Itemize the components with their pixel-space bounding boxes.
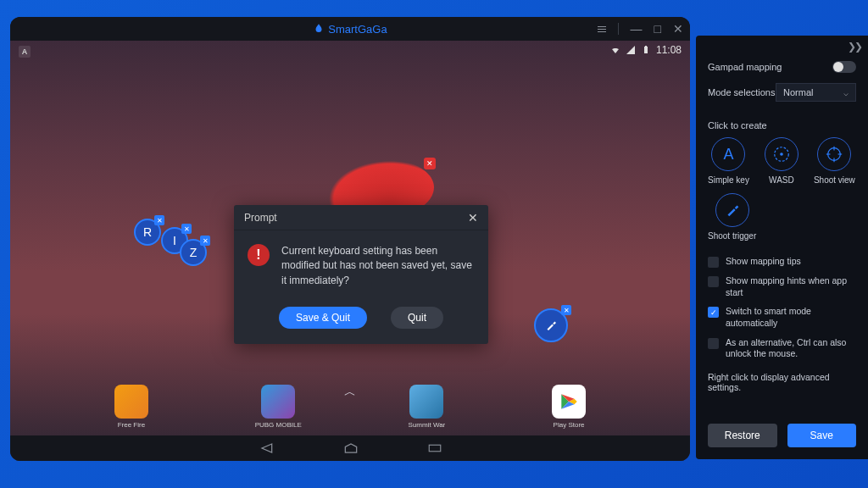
create-row-1: A Simple key WASD Shoot view: [708, 137, 856, 185]
android-nav-bar: [10, 435, 690, 461]
app-icon: [552, 385, 586, 419]
quit-button[interactable]: Quit: [391, 307, 443, 329]
create-label: WASD: [769, 175, 794, 185]
create-wasd[interactable]: WASD: [765, 137, 798, 185]
checkbox-icon: [708, 338, 719, 349]
option-smart-mode[interactable]: ✓ Switch to smart mode automatically: [708, 306, 856, 329]
gamepad-toggle[interactable]: [832, 61, 856, 73]
create-shoot-view[interactable]: Shoot view: [814, 137, 855, 185]
mode-row: Mode selections Normal ⌵: [708, 83, 856, 102]
restore-button[interactable]: Restore: [708, 424, 777, 447]
option-ctrl-unlock[interactable]: As an alternative, Ctrl can also unlock …: [708, 337, 856, 360]
key-mapping-r[interactable]: R✕: [134, 219, 161, 246]
dock-app-summitwar[interactable]: Summit War: [409, 385, 446, 429]
dock-app-freefire[interactable]: Free Fire: [114, 385, 148, 429]
dialog-message: Current keyboard setting has been modifi…: [281, 244, 475, 288]
panel-collapse-button[interactable]: ❯❯: [848, 41, 861, 53]
svg-point-4: [780, 152, 783, 156]
create-shoot-trigger[interactable]: Shoot trigger: [708, 193, 756, 241]
app-label: Summit War: [409, 421, 446, 429]
status-left: A: [19, 46, 31, 58]
close-button[interactable]: ✕: [673, 22, 683, 36]
create-label: Shoot trigger: [708, 231, 756, 241]
app-icon: [114, 385, 148, 419]
divider: [618, 23, 619, 35]
flame-icon: [313, 23, 325, 35]
mapping-region-close[interactable]: ✕: [424, 158, 436, 169]
option-show-tips[interactable]: Show mapping tips: [708, 256, 856, 268]
app-title: SmartGaGa: [313, 23, 387, 36]
panel-actions: Restore Save: [708, 424, 856, 447]
key-close-icon[interactable]: ✕: [561, 305, 571, 315]
prompt-dialog: Prompt ✕ ! Current keyboard setting has …: [234, 205, 488, 344]
status-time: 11:08: [656, 44, 682, 56]
shoot-trigger-icon: [715, 193, 749, 227]
key-close-icon[interactable]: ✕: [181, 224, 192, 234]
check-label: As an alternative, Ctrl can also unlock …: [726, 337, 856, 360]
click-create-label: Click to create: [708, 120, 856, 130]
check-label: Show mapping hints when app start: [726, 275, 856, 298]
titlebar: SmartGaGa — □ ✕: [10, 17, 690, 41]
gamepad-label: Gampad mapping: [708, 62, 782, 72]
app-title-text: SmartGaGa: [328, 23, 387, 36]
signal-icon: [626, 45, 636, 55]
options-checklist: Show mapping tips Show mapping hints whe…: [708, 256, 856, 360]
maximize-button[interactable]: □: [654, 22, 661, 36]
battery-icon: [641, 45, 651, 55]
mode-label: Mode selections: [708, 87, 776, 97]
dock-app-pubg[interactable]: PUBG MOBILE: [255, 385, 302, 429]
chevron-down-icon: ⌵: [843, 88, 849, 97]
panel-hint: Right click to display advanced settings…: [708, 372, 856, 392]
key-close-icon[interactable]: ✕: [154, 215, 164, 225]
app-icon: [409, 385, 443, 419]
svg-rect-1: [645, 46, 647, 47]
dock-app-playstore[interactable]: Play Store: [552, 385, 586, 429]
minimize-button[interactable]: —: [631, 22, 643, 36]
option-show-hints[interactable]: Show mapping hints when app start: [708, 275, 856, 298]
dialog-header: Prompt ✕: [234, 205, 488, 230]
create-simple-key[interactable]: A Simple key: [708, 137, 749, 185]
checkbox-icon: [708, 257, 719, 268]
mode-select[interactable]: Normal ⌵: [776, 83, 856, 102]
shoot-view-icon: [817, 137, 851, 171]
dialog-title: Prompt: [244, 212, 277, 224]
app-dock: Free Fire PUBG MOBILE Summit War Play St…: [10, 385, 690, 429]
emulator-window: SmartGaGa — □ ✕ A 11:08 ✕ R✕ I✕ Z✕ ✕ ︿: [10, 17, 690, 461]
key-close-icon[interactable]: ✕: [200, 236, 210, 246]
app-label: PUBG MOBILE: [255, 421, 302, 429]
create-label: Simple key: [708, 175, 749, 185]
shoot-trigger-mapping[interactable]: ✕: [534, 308, 568, 342]
dialog-actions: Save & Quit Quit: [234, 295, 488, 344]
dialog-close-button[interactable]: ✕: [468, 211, 478, 225]
app-icon: [261, 385, 295, 419]
save-and-quit-button[interactable]: Save & Quit: [279, 307, 367, 329]
mode-value: Normal: [783, 87, 813, 97]
save-button[interactable]: Save: [787, 424, 857, 447]
gamepad-row: Gampad mapping: [708, 61, 856, 73]
nav-home-icon[interactable]: [342, 442, 359, 454]
key-label: I: [173, 234, 176, 247]
app-label: Free Fire: [118, 421, 145, 429]
menu-icon[interactable]: [598, 26, 606, 32]
key-label: R: [143, 225, 152, 239]
dialog-body: ! Current keyboard setting has been modi…: [234, 230, 488, 295]
titlebar-controls: — □ ✕: [598, 22, 683, 36]
check-label: Switch to smart mode automatically: [726, 306, 856, 329]
wifi-icon: [610, 45, 620, 55]
key-mapping-z[interactable]: Z✕: [180, 239, 207, 266]
create-label: Shoot view: [814, 175, 855, 185]
create-row-2: Shoot trigger: [708, 193, 856, 241]
nav-back-icon[interactable]: [258, 442, 275, 454]
android-screen: A 11:08 ✕ R✕ I✕ Z✕ ✕ ︿ Free Fire PUBG MO…: [10, 41, 690, 461]
keymap-panel: ❯❯ Gampad mapping Mode selections Normal…: [696, 36, 868, 459]
nav-recent-icon[interactable]: [427, 442, 442, 454]
warning-icon: !: [248, 244, 270, 266]
play-store-icon: [558, 391, 580, 413]
app-label: Play Store: [554, 421, 585, 429]
checkbox-icon: [708, 276, 719, 287]
wasd-icon: [765, 137, 798, 171]
check-label: Show mapping tips: [726, 256, 801, 268]
svg-rect-0: [644, 47, 648, 53]
checkbox-checked-icon: ✓: [708, 307, 719, 318]
svg-rect-2: [429, 445, 441, 452]
